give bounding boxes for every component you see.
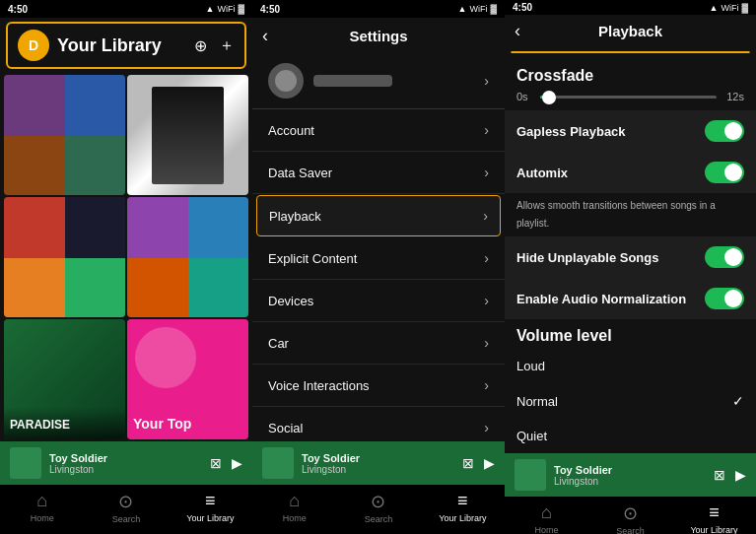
settings-chevron: › (484, 165, 489, 180)
crossfade-slider[interactable] (540, 96, 717, 99)
now-playing-bar-3[interactable]: Toy Soldier Livingston ⊠ ▶ (505, 453, 756, 497)
gapless-toggle[interactable] (705, 120, 744, 142)
signal-icon-2: ▲ (458, 4, 467, 14)
play-icon[interactable]: ▶ (232, 455, 242, 471)
profile-name (313, 75, 392, 87)
avatar[interactable]: D (18, 30, 49, 61)
devices-icon-3[interactable]: ⊠ (714, 467, 725, 483)
album-card[interactable]: Your Top (127, 319, 248, 439)
volume-item-normal[interactable]: Normal ✓ (505, 383, 756, 419)
nav-item-search-3[interactable]: ⊙ Search (588, 502, 672, 534)
album-card[interactable]: PARADISE (4, 319, 125, 439)
nav-item-library-2[interactable]: ≡ Your Library (421, 491, 505, 530)
volume-item-quiet[interactable]: Quiet (505, 419, 756, 453)
volume-item-loud[interactable]: Loud (505, 349, 756, 383)
home-icon-2: ⌂ (289, 491, 300, 511)
now-playing-art-2 (262, 447, 294, 479)
settings-item-social[interactable]: Social › (252, 407, 505, 441)
audio-norm-toggle[interactable] (705, 288, 744, 309)
settings-chevron: › (484, 122, 489, 138)
library-icon-3: ≡ (709, 502, 720, 523)
toggle-knob (724, 290, 742, 307)
profile-left (268, 63, 392, 99)
gapless-row: Gapless Playback (505, 110, 756, 152)
toggle-knob (724, 122, 742, 140)
settings-label: Data Saver (268, 166, 332, 180)
playback-back-arrow[interactable]: ‹ (515, 21, 520, 41)
now-playing-title-2: Toy Soldier (302, 452, 454, 464)
toggle-knob (724, 248, 742, 266)
now-playing-artist-2: Livingston (302, 464, 454, 475)
nav-search-label-3: Search (616, 526, 645, 534)
hide-unplayable-toggle[interactable] (705, 246, 744, 268)
settings-item-voice[interactable]: Voice Interactions › (252, 365, 505, 407)
library-header-left: D Your Library (18, 30, 162, 61)
offline-section: Offline Go Online Within 30 days When yo… (511, 51, 750, 53)
settings-item-playback[interactable]: Playback › (256, 195, 501, 236)
nav-item-search-2[interactable]: ⊙ Search (336, 491, 420, 530)
automix-label: Automix (516, 166, 568, 180)
volume-label: Loud (516, 359, 545, 373)
hide-unplayable-row: Hide Unplayable Songs (505, 236, 756, 278)
signal-icon-3: ▲ (710, 3, 719, 13)
now-playing-bar[interactable]: Toy Soldier Livingston ⊠ ▶ (0, 441, 252, 485)
toggle-knob (724, 164, 742, 181)
library-header: D Your Library ⊕ ＋ (6, 22, 246, 69)
status-time-1: 4:50 (8, 4, 28, 15)
settings-item-devices[interactable]: Devices › (252, 280, 505, 322)
album-card[interactable]: Things and stuff datguyrage (4, 75, 125, 195)
nav-item-home-3[interactable]: ⌂ Home (505, 502, 588, 534)
now-playing-bar-2[interactable]: Toy Soldier Livingston ⊠ ▶ (252, 441, 505, 485)
nav-item-library[interactable]: ≡ Your Library (169, 491, 252, 530)
nav-item-home-2[interactable]: ⌂ Home (252, 491, 336, 530)
settings-chevron: › (484, 293, 489, 308)
automix-toggle[interactable] (705, 162, 744, 183)
library-icon-2: ≡ (457, 491, 468, 511)
back-arrow[interactable]: ‹ (262, 26, 268, 46)
nav-item-library-3[interactable]: ≡ Your Library (672, 502, 756, 534)
settings-item-datasaver[interactable]: Data Saver › (252, 152, 505, 194)
settings-item-account[interactable]: Account › (252, 109, 505, 152)
volume-label: Normal (516, 394, 558, 409)
crossfade-max: 12s (722, 91, 744, 102)
devices-icon[interactable]: ⊠ (210, 455, 222, 471)
nav-search-label-2: Search (365, 514, 393, 524)
nav-item-search[interactable]: ⊙ Search (84, 491, 168, 530)
nav-item-home[interactable]: ⌂ Home (0, 491, 84, 530)
devices-icon-2[interactable]: ⊠ (462, 455, 474, 471)
settings-header: ‹ Settings (252, 18, 505, 53)
search-nav-icon-3: ⊙ (623, 502, 638, 524)
playback-title: Playback (598, 23, 662, 39)
album-card[interactable]: Some Kind of Disaster — All... datguyrag… (127, 197, 248, 317)
now-playing-artist-3: Livingston (554, 476, 706, 487)
settings-panel: 4:50 ▲ WiFi ▓ ‹ Settings › Account › Dat… (252, 0, 505, 534)
nav-home-label-3: Home (534, 525, 558, 534)
play-icon-2[interactable]: ▶ (484, 455, 495, 471)
album-card[interactable]: Rage Mix 1 datguyrage (127, 75, 248, 195)
now-playing-art-3 (515, 459, 546, 491)
settings-chevron: › (483, 208, 488, 224)
profile-chevron: › (484, 73, 489, 89)
settings-label: Voice Interactions (268, 378, 370, 393)
home-icon: ⌂ (36, 491, 47, 511)
settings-item-car[interactable]: Car › (252, 322, 505, 365)
nav-library-label: Your Library (186, 513, 234, 523)
play-icon-3[interactable]: ▶ (735, 467, 746, 483)
audio-norm-label: Enable Audio Normalization (516, 292, 686, 306)
settings-label: Explicit Content (268, 251, 357, 266)
status-bar-3: 4:50 ▲ WiFi ▓ (505, 0, 756, 15)
status-bar-2: 4:50 ▲ WiFi ▓ (252, 0, 505, 18)
wifi-icon-1: WiFi (217, 4, 235, 14)
add-icon[interactable]: ＋ (219, 35, 235, 56)
settings-item-explicit[interactable]: Explicit Content › (252, 237, 505, 280)
profile-row[interactable]: › (252, 53, 505, 109)
automix-row: Automix (505, 152, 756, 193)
audio-norm-row: Enable Audio Normalization (505, 278, 756, 319)
automix-description: Allows smooth transitions between songs … (505, 193, 756, 236)
battery-icon-1: ▓ (238, 4, 244, 14)
settings-label: Account (268, 123, 314, 138)
library-panel: 4:50 ▲ WiFi ▓ D Your Library ⊕ ＋ (0, 0, 252, 534)
search-icon[interactable]: ⊕ (194, 36, 207, 55)
settings-chevron: › (484, 420, 489, 435)
album-card[interactable]: What You're Made Of — Arr... datguyrage (4, 197, 125, 317)
